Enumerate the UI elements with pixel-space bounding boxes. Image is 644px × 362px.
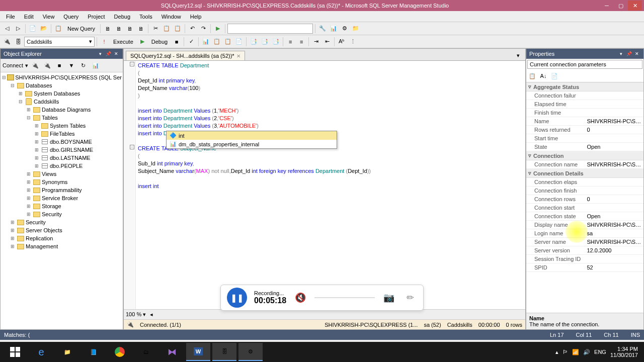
tree-sys-tables[interactable]: ⊞System Tables bbox=[2, 122, 122, 130]
tree-service-broker[interactable]: ⊞Service Broker bbox=[2, 194, 122, 202]
tb2-icon-7[interactable]: 📑 bbox=[271, 37, 281, 47]
menu-window[interactable]: Window bbox=[157, 13, 185, 21]
tb2-icon-4[interactable]: 📄 bbox=[234, 37, 244, 47]
tray-clock[interactable]: 1:34 PM 11/30/2017 bbox=[610, 346, 638, 358]
tree-caddskills[interactable]: ⊟Caddskills bbox=[2, 98, 122, 106]
menu-file[interactable]: File bbox=[2, 13, 19, 21]
properties-grid[interactable]: ▿Aggregate Status Connection failur Elap… bbox=[526, 82, 643, 313]
menu-tools[interactable]: Tools bbox=[135, 13, 156, 21]
minimize-button[interactable]: ─ bbox=[600, 1, 614, 11]
tree-boysname[interactable]: ⊞dbo.BOYSNAME bbox=[2, 138, 122, 146]
start-button[interactable] bbox=[3, 343, 27, 361]
indent-button[interactable]: ⇥ bbox=[311, 37, 321, 47]
panel-pin-icon[interactable]: 📌 bbox=[105, 50, 112, 57]
tree-management[interactable]: ⊞Management bbox=[2, 242, 122, 250]
tray-lang[interactable]: ENG bbox=[594, 349, 606, 355]
tb2-icon-9[interactable]: ⋮ bbox=[348, 37, 358, 47]
tree-replication[interactable]: ⊞Replication bbox=[2, 234, 122, 242]
maximize-button[interactable]: ▢ bbox=[614, 1, 628, 11]
tab-dropdown-icon[interactable]: ▾ bbox=[513, 50, 523, 60]
taskbar-ie[interactable]: e bbox=[29, 343, 53, 361]
screen-recorder-overlay[interactable]: ❚❚ Recording... 00:05:18 🔇 📷 ✏ bbox=[220, 285, 424, 311]
tab-sqlquery12[interactable]: SQLQuery12.sql - SH...addskills (sa (52)… bbox=[126, 51, 245, 60]
new-query-button[interactable]: New Query bbox=[64, 25, 98, 33]
db-icon-button[interactable]: 🗄 bbox=[13, 37, 23, 47]
paste-button[interactable]: 📋 bbox=[173, 24, 183, 34]
cut-button[interactable]: ✂ bbox=[150, 24, 160, 34]
object-explorer-tree[interactable]: ⊟SHIVKRRISH-PC\SQLEXPRESS (SQL Ser ⊟Data… bbox=[1, 72, 123, 329]
open-button[interactable]: 📂 bbox=[39, 24, 49, 34]
tb2-icon-3[interactable]: 📋 bbox=[223, 37, 233, 47]
taskbar[interactable]: e 📁 📘 🗂 ⧓ W 🗄 ⚙ ▴ 🏳 📶 🔊 ENG 1:34 PM 11/3… bbox=[0, 342, 644, 362]
panel-close-icon[interactable]: ✕ bbox=[633, 50, 640, 57]
oe-icon-2[interactable]: 🔌 bbox=[42, 60, 52, 70]
tab-close-icon[interactable]: ✕ bbox=[236, 53, 240, 59]
connect-button[interactable]: Connect bbox=[3, 62, 23, 68]
tree-programmability[interactable]: ⊞Programmability bbox=[2, 186, 122, 194]
debug-icon[interactable]: ▶ bbox=[137, 37, 147, 47]
intellisense-popup[interactable]: 🔷int 📊dm_db_stats_properties_internal bbox=[166, 131, 337, 149]
mute-icon[interactable]: 🔇 bbox=[293, 291, 307, 305]
taskbar-word[interactable]: W bbox=[186, 343, 210, 361]
prop-pages-icon[interactable]: 📄 bbox=[549, 71, 559, 81]
prop-alpha-icon[interactable]: A↓ bbox=[538, 71, 548, 81]
stop-button[interactable]: ■ bbox=[172, 37, 182, 47]
panel-pin-icon[interactable]: 📌 bbox=[625, 50, 632, 57]
tray-flag-icon[interactable]: 🏳 bbox=[562, 349, 568, 355]
nav-back-button[interactable]: ◁ bbox=[2, 24, 12, 34]
zoom-dropdown[interactable]: 100 % ▾ bbox=[126, 311, 146, 318]
tree-storage[interactable]: ⊞Storage bbox=[2, 202, 122, 210]
tray-network-icon[interactable]: 📶 bbox=[572, 349, 579, 355]
tree-server[interactable]: ⊟SHIVKRRISH-PC\SQLEXPRESS (SQL Ser bbox=[2, 73, 122, 81]
nav-fwd-button[interactable]: ▷ bbox=[13, 24, 23, 34]
intellisense-item[interactable]: 🔷int bbox=[167, 131, 337, 140]
taskbar-vs[interactable]: ⧓ bbox=[160, 343, 184, 361]
annotate-icon[interactable]: ✏ bbox=[403, 291, 417, 305]
taskbar-recorder[interactable]: ⚙ bbox=[238, 343, 263, 361]
tree-diagrams[interactable]: ⊞Database Diagrams bbox=[2, 106, 122, 114]
panel-close-icon[interactable]: ✕ bbox=[113, 50, 120, 57]
redo-button[interactable]: ↷ bbox=[198, 24, 208, 34]
tb2-icon-2[interactable]: 📋 bbox=[212, 37, 222, 47]
oe-icon-3[interactable]: 📊 bbox=[91, 60, 101, 70]
taskbar-app2[interactable]: 🗂 bbox=[134, 343, 158, 361]
taskbar-ssms[interactable]: 🗄 bbox=[212, 343, 236, 361]
intellisense-item[interactable]: 📊dm_db_stats_properties_internal bbox=[167, 140, 337, 148]
tree-tables[interactable]: ⊟Tables bbox=[2, 114, 122, 122]
tb-icon-b[interactable]: 📊 bbox=[329, 24, 339, 34]
menu-query[interactable]: Query bbox=[59, 13, 83, 21]
prop-categorized-icon[interactable]: 📋 bbox=[527, 71, 537, 81]
uncomment-button[interactable]: ≡ bbox=[296, 37, 306, 47]
close-button[interactable]: ✕ bbox=[628, 1, 642, 11]
panel-dropdown-icon[interactable]: ▾ bbox=[617, 50, 624, 57]
outdent-button[interactable]: ⇤ bbox=[322, 37, 332, 47]
menu-edit[interactable]: Edit bbox=[20, 13, 38, 21]
tb-icon-2[interactable]: 🗎 bbox=[114, 24, 124, 34]
webcam-icon[interactable]: 📷 bbox=[382, 291, 396, 305]
pause-button[interactable]: ❚❚ bbox=[227, 288, 247, 308]
execute-icon[interactable]: ! bbox=[99, 37, 109, 47]
comment-button[interactable]: ≡ bbox=[285, 37, 295, 47]
undo-button[interactable]: ↶ bbox=[187, 24, 197, 34]
tree-lastname[interactable]: ⊞dbo.LASTNAME bbox=[2, 154, 122, 162]
tree-synonyms[interactable]: ⊞Synonyms bbox=[2, 178, 122, 186]
tree-server-objects[interactable]: ⊞Server Objects bbox=[2, 226, 122, 234]
tb2-icon-8[interactable]: Aᵇ bbox=[337, 37, 347, 47]
tb-icon-1[interactable]: 🗎 bbox=[103, 24, 113, 34]
menu-project[interactable]: Project bbox=[84, 13, 109, 21]
taskbar-chrome[interactable] bbox=[108, 343, 132, 361]
menu-view[interactable]: View bbox=[39, 13, 59, 21]
change-conn-button[interactable]: 🔌 bbox=[2, 37, 12, 47]
tb-icon-c[interactable]: ⚙ bbox=[340, 24, 350, 34]
debug-button[interactable]: Debug bbox=[148, 38, 171, 46]
tray-up-icon[interactable]: ▴ bbox=[555, 349, 558, 355]
solution-config-dropdown[interactable] bbox=[227, 24, 313, 34]
tb-icon-d[interactable]: 📁 bbox=[351, 24, 361, 34]
code-editor[interactable]: − − CREATE TABLE Department ( Dept_Id in… bbox=[124, 61, 525, 309]
oe-icon-1[interactable]: 🔌 bbox=[30, 60, 40, 70]
new-query-icon[interactable]: 📋 bbox=[53, 24, 63, 34]
oe-stop-icon[interactable]: ■ bbox=[54, 60, 64, 70]
tree-sys-databases[interactable]: ⊞System Databases bbox=[2, 89, 122, 98]
tb-icon-4[interactable]: 🗎 bbox=[136, 24, 146, 34]
tree-girlsname[interactable]: ⊞dbo.GIRLSNAME bbox=[2, 146, 122, 154]
